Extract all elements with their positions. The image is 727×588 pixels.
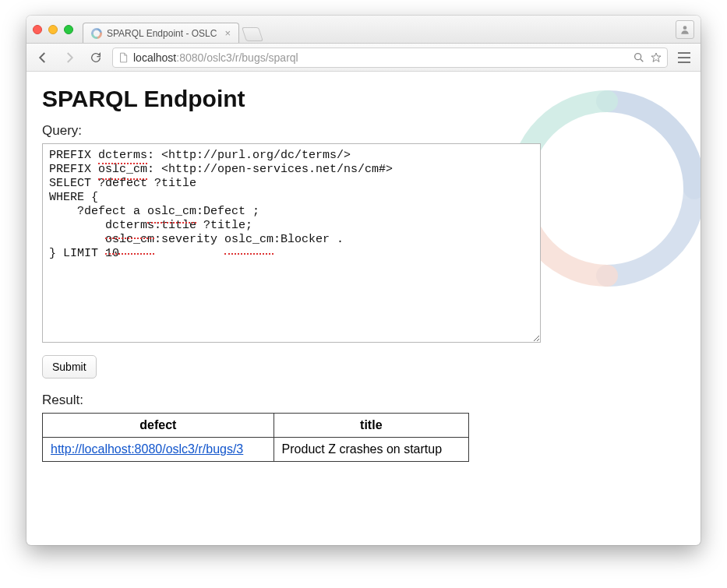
reload-icon (90, 51, 102, 64)
page-content: SPARQL Endpoint Query: PREFIX dcterms: <… (26, 72, 701, 545)
results-header-row: defect title (43, 414, 469, 438)
svg-point-0 (683, 26, 687, 30)
nav-back-button[interactable] (33, 48, 53, 68)
result-defect-link[interactable]: http://localhost:8080/oslc3/r/bugs/3 (51, 442, 243, 456)
nav-reload-button[interactable] (86, 48, 106, 68)
window-close-button[interactable] (33, 25, 42, 34)
result-title-cell: Product Z crashes on startup (274, 438, 468, 462)
new-tab-button[interactable] (242, 27, 263, 41)
window-minimize-button[interactable] (48, 25, 58, 34)
tab-title: SPARQL Endpoint - OSLC (107, 28, 217, 39)
window-zoom-button[interactable] (64, 25, 73, 34)
profile-button[interactable] (676, 20, 694, 39)
url-path: /oslc3/r/bugs/sparql (203, 51, 298, 64)
browser-window: SPARQL Endpoint - OSLC × loca (26, 16, 701, 545)
results-table: defect title http://localhost:8080/oslc3… (42, 413, 469, 462)
profile-icon (679, 24, 690, 35)
table-row: http://localhost:8080/oslc3/r/bugs/3 Pro… (43, 438, 469, 462)
url-text: localhost:8080/oslc3/r/bugs/sparql (133, 51, 298, 64)
bookmark-star-icon[interactable] (650, 51, 662, 64)
address-bar[interactable]: localhost:8080/oslc3/r/bugs/sparql (112, 48, 668, 68)
tab-favicon-icon (91, 28, 102, 39)
page-title: SPARQL Endpoint (42, 86, 685, 112)
url-host: localhost (133, 51, 176, 64)
tab-close-icon[interactable]: × (224, 27, 231, 39)
browser-tab[interactable]: SPARQL Endpoint - OSLC × (83, 23, 239, 43)
zoom-search-icon[interactable] (633, 51, 645, 64)
results-header-defect: defect (43, 414, 274, 438)
url-port: :8080 (176, 51, 203, 64)
window-titlebar: SPARQL Endpoint - OSLC × (26, 16, 701, 44)
query-label: Query: (42, 123, 685, 139)
submit-button[interactable]: Submit (42, 355, 97, 379)
page-icon (118, 51, 129, 64)
result-label: Result: (42, 393, 685, 408)
results-header-title: title (274, 414, 468, 438)
nav-forward-button[interactable] (59, 48, 79, 68)
chevron-left-icon (36, 51, 50, 65)
chevron-right-icon (62, 51, 76, 65)
query-textarea[interactable] (42, 143, 541, 343)
browser-toolbar: localhost:8080/oslc3/r/bugs/sparql (26, 44, 701, 72)
browser-menu-button[interactable] (674, 48, 694, 68)
window-controls (33, 25, 73, 34)
svg-point-1 (635, 53, 641, 59)
